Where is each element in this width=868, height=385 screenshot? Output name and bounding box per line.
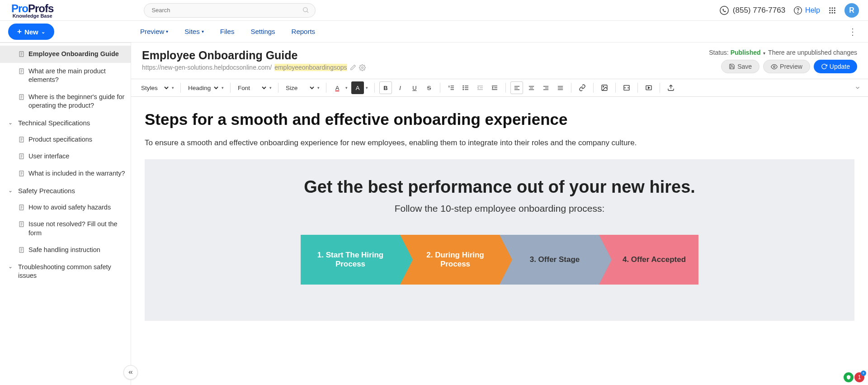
status-label: Status: (709, 49, 729, 56)
steps-row: 1. Start The Hiring Process 2. During Hi… (158, 235, 841, 285)
sidebar-item[interactable]: ⌄ Troubleshooting common safety issues (0, 259, 131, 285)
sidebar-item-label: Employee Onboarding Guide (28, 50, 119, 59)
editor-content[interactable]: Steps for a smooth and effective onboard… (131, 97, 868, 385)
top-header: ProProfs Knowledge Base (855) 776-7763 H… (0, 0, 868, 21)
sidebar-item[interactable]: What is included in the warranty? (0, 165, 131, 182)
svg-point-8 (829, 10, 830, 11)
top-right: (855) 776-7763 Help R (719, 3, 859, 18)
gear-icon[interactable] (359, 64, 366, 71)
sidebar-item[interactable]: Issue not resolved? Fill out the form (0, 216, 131, 242)
help-link[interactable]: Help (793, 6, 820, 15)
badge-shield-icon[interactable] (844, 372, 854, 382)
sidebar-group[interactable]: ⌄ Technical Specifications (0, 114, 131, 131)
svg-point-6 (832, 7, 833, 9)
search-wrap (144, 3, 316, 18)
italic-button[interactable]: I (394, 81, 406, 94)
svg-point-0 (303, 7, 307, 11)
link-button[interactable] (576, 81, 589, 94)
content-intro: To ensure a smooth and effective onboard… (145, 138, 854, 147)
chevron-down-icon: ▾ (202, 29, 204, 34)
nav-files[interactable]: Files (220, 28, 235, 35)
apps-icon[interactable] (828, 6, 836, 14)
update-button[interactable]: Update (814, 60, 857, 73)
pencil-icon[interactable] (350, 64, 356, 71)
nav-sites[interactable]: Sites▾ (184, 28, 203, 35)
svg-point-11 (829, 12, 830, 13)
chevron-down-icon: ⌄ (8, 119, 14, 126)
sidebar-item-label: How to avoid safety hazards (28, 203, 111, 212)
upload-button[interactable] (665, 81, 677, 94)
sidebar-group-label: Safety Precautions (18, 187, 75, 195)
strike-button[interactable]: S (423, 81, 435, 94)
svg-point-51 (774, 66, 775, 67)
phone[interactable]: (855) 776-7763 (719, 5, 785, 15)
format-select[interactable]: Heading 1 (185, 82, 220, 94)
bold-button[interactable]: B (379, 81, 392, 94)
sidebar-item[interactable]: How to avoid safety hazards (0, 199, 131, 216)
svg-point-13 (834, 12, 835, 13)
svg-point-80 (603, 86, 604, 87)
align-center-button[interactable] (525, 81, 538, 94)
underline-button[interactable]: U (408, 81, 421, 94)
preview-button[interactable]: Preview (763, 60, 810, 73)
step-4: 4. Offer Accepted (599, 235, 698, 285)
svg-point-4 (797, 12, 798, 12)
infographic: Get the best performance out of your new… (145, 159, 854, 321)
svg-point-60 (463, 89, 463, 90)
sidebar-item-label: User interface (28, 152, 69, 161)
bg-color-button[interactable]: A (351, 81, 364, 94)
collapse-sidebar-button[interactable] (123, 365, 138, 380)
head-right: Status: Published ▾ There are unpublishe… (709, 49, 857, 73)
caret-down-icon[interactable]: ▾ (763, 51, 765, 56)
document-icon (18, 220, 25, 228)
text-color-button[interactable]: A (331, 81, 344, 94)
outdent-button[interactable] (474, 81, 486, 94)
phone-number: (855) 776-7763 (733, 6, 785, 15)
svg-point-59 (463, 87, 463, 88)
document-icon (18, 67, 25, 75)
sidebar-group[interactable]: ⌄ Safety Precautions (0, 182, 131, 199)
search-input[interactable] (144, 3, 316, 18)
indent-button[interactable] (488, 81, 501, 94)
logo[interactable]: ProProfs Knowledge Base (11, 2, 53, 19)
code-block-button[interactable] (620, 81, 633, 94)
align-left-button[interactable] (510, 81, 523, 94)
align-justify-button[interactable] (554, 81, 566, 94)
svg-point-2 (720, 6, 728, 14)
video-button[interactable] (642, 81, 655, 94)
step-2: 2. During Hiring Process (400, 235, 500, 285)
sidebar-item[interactable]: Where is the beginner's guide for operat… (0, 89, 131, 114)
nav-reports[interactable]: Reports (292, 28, 316, 35)
sidebar-item[interactable]: User interface (0, 148, 131, 165)
document-icon (18, 246, 25, 254)
new-button[interactable]: + New ⌄ (8, 24, 54, 40)
sidebar-item-label: Where is the beginner's guide for operat… (28, 93, 125, 110)
image-button[interactable] (598, 81, 611, 94)
tree: Employee Onboarding Guide What are the m… (0, 43, 131, 385)
more-icon[interactable]: ⋮ (848, 26, 857, 37)
unpublished-note: There are unpublished changes (768, 49, 857, 56)
help-label: Help (805, 6, 820, 14)
url-slug[interactable]: employeeonboardingsops (274, 64, 347, 71)
badge-notification-icon[interactable]: 1 (854, 372, 864, 382)
sidebar-item[interactable]: Employee Onboarding Guide (0, 46, 131, 63)
align-right-button[interactable] (539, 81, 552, 94)
nav-preview[interactable]: Preview▾ (140, 28, 168, 35)
styles-select[interactable]: Styles (138, 82, 170, 94)
sidebar-item[interactable]: What are the main product elements? (0, 63, 131, 89)
nav-settings[interactable]: Settings (250, 28, 275, 35)
svg-point-12 (832, 12, 833, 13)
font-select[interactable]: Font (235, 82, 268, 94)
infographic-subtitle: Follow the 10-step employee onboarding p… (158, 203, 841, 214)
chevron-down-icon: ▾ (166, 29, 168, 34)
avatar[interactable]: R (844, 3, 859, 18)
svg-point-7 (834, 7, 835, 9)
ordered-list-button[interactable] (445, 81, 458, 94)
unordered-list-button[interactable] (459, 81, 472, 94)
sidebar-item[interactable]: Safe handling instruction (0, 242, 131, 259)
toolbar-expand[interactable] (854, 85, 861, 91)
size-select[interactable]: Size (283, 82, 316, 94)
save-button[interactable]: Save (721, 60, 760, 73)
sidebar-item[interactable]: Product specifications (0, 131, 131, 148)
search-icon[interactable] (302, 6, 309, 14)
